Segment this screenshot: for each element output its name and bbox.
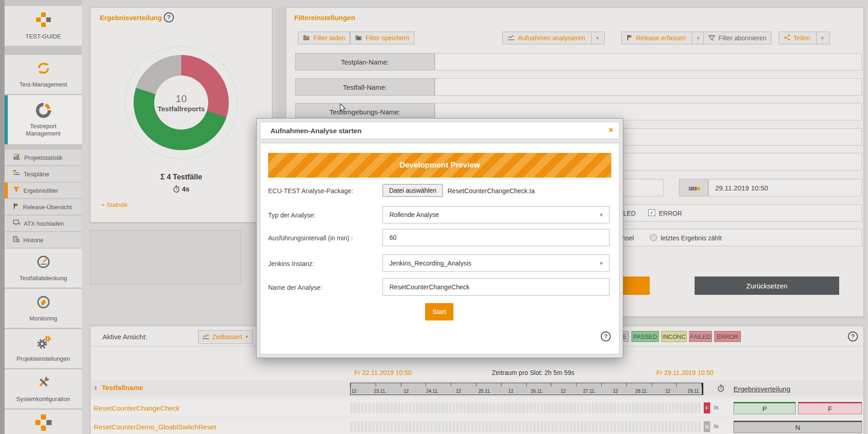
sidebar-item-monitoring[interactable]: Monitoring (5, 289, 82, 328)
timeline-slots (350, 421, 701, 432)
package-field-label: ECU-TEST Analyse-Package: (268, 187, 353, 195)
select-value: Jenkins_Recording_Analysis (389, 260, 471, 267)
share-icon (784, 34, 790, 42)
analyze-recordings-button[interactable]: Aufnahmen analysieren ▼ (502, 32, 605, 44)
sidebar-item-home[interactable]: TEST-GUIDE (5, 6, 82, 46)
share-button[interactable]: Teilen ▼ (779, 32, 830, 44)
sidebar-item-ergebnisfilter[interactable]: Ergebnisfilter (5, 183, 82, 199)
help-icon[interactable]: ? (848, 331, 858, 342)
testfall-name-input[interactable] (435, 78, 862, 96)
sidebar-item-label-line1: Testreport (30, 123, 57, 130)
testplan-name-input[interactable] (435, 53, 862, 71)
modal-titlebar: Aufnahmen-Analyse starten (260, 122, 620, 139)
legend-badge-error: ERROR (714, 331, 741, 342)
line-chart-icon (202, 333, 210, 341)
dropdown-caret-icon[interactable]: ▼ (816, 32, 825, 44)
button-label: Filter speichern (366, 34, 410, 42)
column-header-ergebnisverteilung[interactable]: Ergebnisverteilung (733, 385, 790, 393)
row-duration: 0s (714, 424, 719, 429)
bar-chart-icon (13, 153, 21, 162)
sidebar-item-bottom-logo[interactable] (5, 410, 82, 434)
sidebar-item-atx-hochladen[interactable]: ATX hochladen (5, 216, 82, 232)
active-view-dropdown[interactable]: Zeitbasiert ▼ (198, 330, 253, 344)
interval-input[interactable]: 60 (383, 229, 609, 246)
active-view-value: Zeitbasiert (212, 333, 242, 341)
interval-label: Ausführungsintervall (in min) : (268, 234, 353, 242)
analysis-type-select[interactable]: Rollende Analyse ▼ (383, 206, 609, 223)
release-capture-button[interactable]: Release erfassen ▼ (621, 32, 706, 44)
ruler-tick-label: 25.11. (479, 389, 491, 394)
ruler-tick-label: 23.11. (374, 389, 386, 394)
sidebar-item-release-uebersicht[interactable]: Release-Übersicht (5, 199, 82, 215)
close-icon[interactable]: × (609, 125, 614, 135)
slot-marker-none[interactable]: N (704, 421, 710, 432)
reset-button[interactable]: Zurücksetzen (695, 277, 839, 295)
panel-title: Ergebnisverteilung (100, 14, 162, 22)
dropdown-caret-icon[interactable]: ▼ (692, 32, 701, 44)
tools-icon (36, 375, 51, 392)
error-checkbox[interactable]: ✓ (648, 209, 655, 216)
gauge-icon (36, 254, 51, 271)
dropdown-caret-icon: ▼ (245, 335, 249, 339)
timeline-slots (350, 402, 701, 413)
testcase-link[interactable]: ResetCounterChangeCheck (94, 404, 180, 412)
last-result-radio[interactable] (650, 234, 657, 241)
jenkins-instance-select[interactable]: Jenkins_Recording_Analysis ▼ (383, 255, 609, 272)
date-to-input[interactable]: 29.11.2019 10:50 (708, 179, 862, 196)
row-duration: 0s (714, 405, 719, 410)
sidebar-item-testreport-management[interactable]: TestreportManagement (5, 95, 82, 145)
sidebar-item-test-management[interactable]: Test-Management (5, 55, 82, 94)
analysis-name-label: Name der Analyse: (268, 284, 322, 291)
dropdown-caret-icon[interactable]: ▼ (591, 32, 600, 44)
ruler-tick-label: 12 (613, 389, 618, 394)
legend-badge-passed: PASSED (631, 331, 659, 342)
ruler-tick-label: 28.11. (636, 389, 648, 394)
distribution-bar-failed[interactable]: F (798, 402, 862, 414)
donut-center: 10 Testfallreports (154, 76, 208, 130)
sync-arrows-icon (36, 60, 51, 78)
chosen-file-name: ResetCounterChangeCheck.ta (447, 187, 535, 195)
stopwatch-icon (717, 385, 724, 394)
gears-icon (35, 335, 52, 352)
sidebar-item-projektstatistik[interactable]: Projektstatistik (5, 150, 82, 166)
button-label: Aufnahmen analysieren (518, 34, 585, 42)
distribution-bar-none[interactable]: N (733, 421, 862, 433)
help-icon[interactable]: ? (601, 331, 611, 342)
choose-file-button[interactable]: Datei auswählen (383, 184, 443, 197)
testcase-total: Σ 4 Testfälle (90, 173, 272, 181)
ruler-tick-label: 12 (351, 389, 356, 394)
mouse-cursor (340, 103, 346, 114)
sidebar-item-systemkonfiguration[interactable]: Systemkonfiguration (5, 369, 82, 409)
sidebar-item-projekteinstellungen[interactable]: Projekteinstellungen (5, 329, 82, 369)
sidebar-item-label-line2: Management (26, 130, 61, 137)
select-value: Rollende Analyse (389, 211, 439, 218)
app-screen: TEST-GUIDE Test-Management TestreportMan… (0, 0, 868, 434)
sidebar-item-label: Testfallabdeckung (19, 274, 67, 282)
duration-value: 4s (182, 185, 189, 193)
analysis-name-input[interactable]: ResetCounterChangeCheck (383, 278, 609, 296)
slot-duration-info: Zeitraum pro Slot: 2h 5m 59s (483, 369, 583, 376)
dropdown-caret-icon: ▼ (599, 212, 604, 217)
sidebar-item-testplaene[interactable]: Testpläne (5, 166, 82, 182)
donut-center-value: 10 (176, 93, 187, 105)
sidebar-item-historie[interactable]: Historie (5, 232, 82, 248)
flag-icon (626, 34, 633, 42)
filter-subscribe-button[interactable]: Filter abonnieren (703, 32, 771, 44)
ruler-tick-label: 12 (404, 389, 409, 394)
filter-load-button[interactable]: Filter laden (298, 32, 350, 44)
stopwatch-icon (173, 186, 180, 194)
start-button[interactable]: Start (425, 303, 453, 320)
timeline-ruler[interactable]: 1223.11.1224.11.1225.11.1226.11.1227.11.… (350, 383, 703, 395)
sidebar-item-label: Release-Übersicht (23, 204, 72, 211)
slot-marker-failed[interactable]: F (704, 402, 710, 413)
column-header-testfallname[interactable]: ▲▼ Testfallname (94, 384, 143, 392)
sidebar-item-testfallabdeckung[interactable]: Testfallabdeckung (5, 249, 82, 288)
filter-save-button[interactable]: Filter speichern (350, 32, 415, 44)
testcase-link[interactable]: ResetCounterDemo_GloablSwitchReset (94, 423, 216, 431)
distribution-bar-passed[interactable]: P (733, 402, 796, 414)
statistik-link[interactable]: + Statistik (102, 201, 128, 208)
button-label: Filter laden (313, 34, 345, 42)
help-icon[interactable]: ? (164, 12, 174, 22)
jump-to-latest-button[interactable]: »»» (679, 179, 708, 196)
range-start-date: Fr 22.11.2019 10:50 (350, 369, 416, 376)
